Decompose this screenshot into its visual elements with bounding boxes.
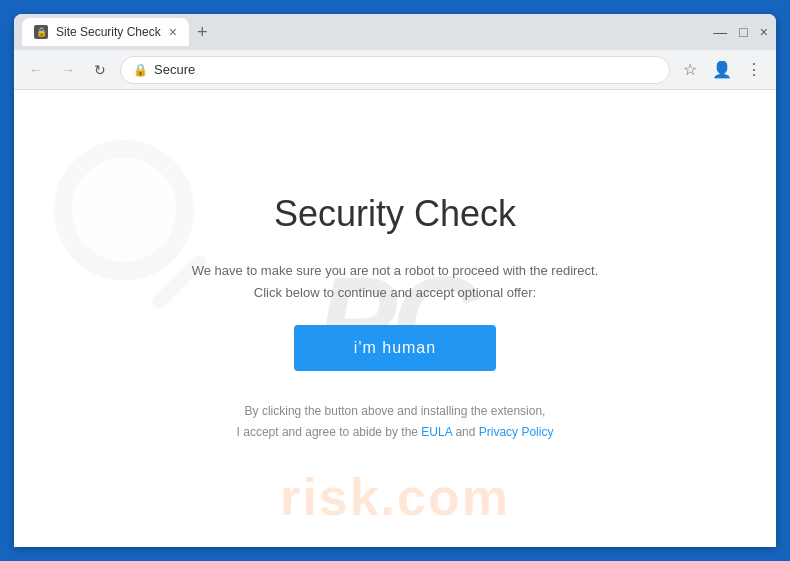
fine-print-line2: I accept and agree to abide by the	[237, 425, 418, 439]
window-controls: — □ ×	[713, 24, 768, 40]
browser-window: 🔒 Site Security Check × + — □ × ← → ↻ 🔒 …	[14, 14, 776, 547]
url-text: Secure	[154, 62, 195, 77]
forward-button[interactable]: →	[56, 58, 80, 82]
eula-link[interactable]: EULA	[421, 425, 452, 439]
tab-title: Site Security Check	[56, 25, 161, 39]
fine-print: By clicking the button above and install…	[237, 401, 554, 444]
profile-button[interactable]: 👤	[710, 58, 734, 82]
page-title: Security Check	[274, 193, 516, 235]
window-close-button[interactable]: ×	[760, 24, 768, 40]
address-bar-right: ☆ 👤 ⋮	[678, 58, 766, 82]
menu-button[interactable]: ⋮	[742, 58, 766, 82]
security-description: We have to make sure you are not a robot…	[192, 260, 599, 304]
browser-tab[interactable]: 🔒 Site Security Check ×	[22, 18, 189, 46]
desc-line2: Click below to continue and accept optio…	[254, 285, 536, 300]
new-tab-button[interactable]: +	[197, 22, 208, 43]
tab-favicon-icon: 🔒	[34, 25, 48, 39]
secure-lock-icon: 🔒	[133, 63, 148, 77]
main-content: Security Check We have to make sure you …	[172, 173, 619, 463]
desc-line1: We have to make sure you are not a robot…	[192, 263, 599, 278]
maximize-button[interactable]: □	[739, 24, 747, 40]
fine-print-line1: By clicking the button above and install…	[245, 404, 546, 418]
address-bar: ← → ↻ 🔒 Secure ☆ 👤 ⋮	[14, 50, 776, 90]
page-content: PC risk.com Security Check We have to ma…	[14, 90, 776, 547]
privacy-policy-link[interactable]: Privacy Policy	[479, 425, 554, 439]
bookmark-button[interactable]: ☆	[678, 58, 702, 82]
tab-close-button[interactable]: ×	[169, 25, 177, 39]
back-button[interactable]: ←	[24, 58, 48, 82]
im-human-button[interactable]: i'm human	[294, 325, 496, 371]
url-bar[interactable]: 🔒 Secure	[120, 56, 670, 84]
refresh-button[interactable]: ↻	[88, 58, 112, 82]
minimize-button[interactable]: —	[713, 24, 727, 40]
title-bar: 🔒 Site Security Check × + — □ ×	[14, 14, 776, 50]
watermark-bottom-text: risk.com	[14, 467, 776, 527]
and-text: and	[455, 425, 478, 439]
